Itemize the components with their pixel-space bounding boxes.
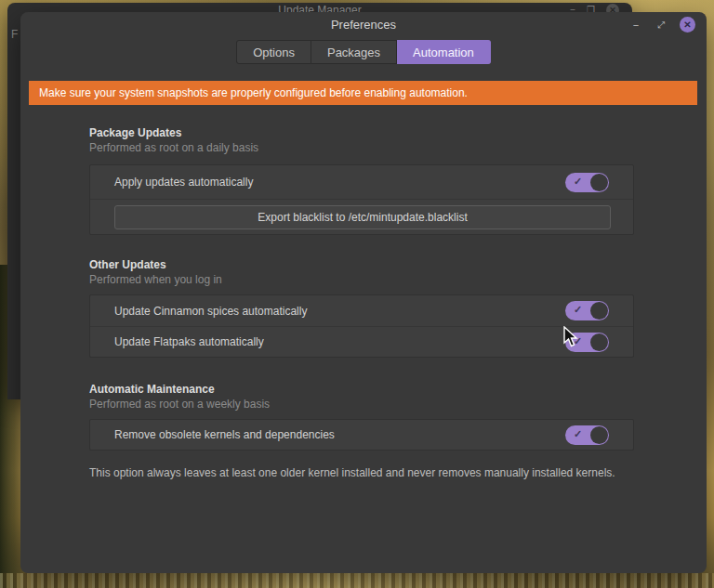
apply-updates-toggle[interactable]: ✓	[565, 173, 609, 192]
section-subtitle-package-updates: Performed as root on a daily basis	[89, 141, 258, 154]
section-title-package-updates: Package Updates	[89, 126, 181, 139]
close-icon[interactable]: ✕	[680, 17, 695, 33]
row-label: Update Flatpaks automatically	[114, 335, 565, 348]
dialog-titlebar[interactable]: Preferences − ⤢ ✕	[20, 12, 707, 37]
check-icon: ✓	[574, 176, 582, 188]
row-label: Remove obsolete kernels and dependencies	[114, 428, 565, 441]
package-updates-frame: Apply updates automatically ✓ Export bla…	[89, 164, 634, 235]
tab-bar: Options Packages Automation	[20, 40, 707, 64]
section-subtitle-other-updates: Performed when you log in	[89, 273, 222, 286]
cursor-icon	[563, 326, 581, 348]
row-label: Update Cinnamon spices automatically	[114, 305, 565, 318]
toggle-knob	[590, 426, 608, 444]
minimize-icon[interactable]: −	[629, 18, 642, 33]
toggle-knob	[590, 174, 608, 191]
other-updates-frame: Update Cinnamon spices automatically ✓ U…	[89, 294, 634, 358]
tab-automation[interactable]: Automation	[397, 40, 491, 64]
row-export-blacklist: Export blacklist to /etc/mintupdate.blac…	[90, 199, 633, 234]
section-title-automatic-maintenance: Automatic Maintenance	[89, 383, 215, 396]
maximize-icon[interactable]: ⤢	[654, 18, 668, 33]
row-remove-obsolete-kernels: Remove obsolete kernels and dependencies…	[90, 420, 633, 450]
tab-packages[interactable]: Packages	[311, 40, 397, 64]
cinnamon-spices-toggle[interactable]: ✓	[565, 301, 609, 320]
dialog-title: Preferences	[20, 18, 707, 32]
row-apply-updates-automatically: Apply updates automatically ✓	[90, 165, 633, 199]
check-icon: ✓	[574, 428, 582, 440]
check-icon: ✓	[574, 304, 582, 316]
section-title-other-updates: Other Updates	[89, 258, 166, 271]
tab-options[interactable]: Options	[236, 40, 311, 64]
row-update-flatpaks: Update Flatpaks automatically ✓	[90, 326, 633, 357]
toggle-knob	[590, 302, 608, 320]
section-subtitle-automatic-maintenance: Performed as root on a weekly basis	[89, 398, 270, 411]
row-label: Apply updates automatically	[114, 176, 565, 189]
kernel-footnote: This option always leaves at least one o…	[89, 466, 615, 479]
automatic-maintenance-frame: Remove obsolete kernels and dependencies…	[89, 419, 634, 451]
preferences-dialog: Preferences − ⤢ ✕ Options Packages Autom…	[20, 12, 707, 573]
um-file-menu-partial[interactable]: F	[11, 28, 18, 41]
desktop: { "background_window": { "title": "Updat…	[0, 0, 714, 588]
export-blacklist-button[interactable]: Export blacklist to /etc/mintupdate.blac…	[114, 205, 611, 229]
toggle-knob	[590, 333, 608, 351]
warning-banner: Make sure your system snapshots are prop…	[29, 81, 697, 105]
remove-kernels-toggle[interactable]: ✓	[565, 425, 609, 445]
row-update-cinnamon-spices: Update Cinnamon spices automatically ✓	[90, 295, 633, 326]
